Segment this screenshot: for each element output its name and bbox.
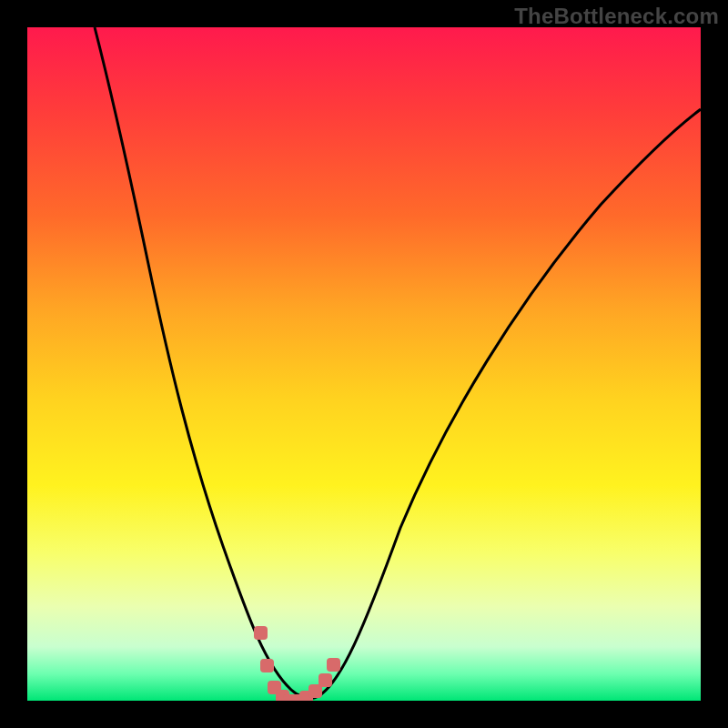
chart-svg (27, 27, 701, 701)
svg-rect-8 (318, 673, 332, 687)
chart-stage: TheBottleneck.com (0, 0, 728, 728)
svg-rect-0 (254, 626, 268, 640)
svg-rect-9 (327, 658, 340, 672)
svg-rect-1 (260, 659, 274, 672)
plot-area (27, 27, 701, 701)
bottleneck-curve (95, 27, 701, 698)
watermark-label: TheBottleneck.com (514, 4, 719, 29)
